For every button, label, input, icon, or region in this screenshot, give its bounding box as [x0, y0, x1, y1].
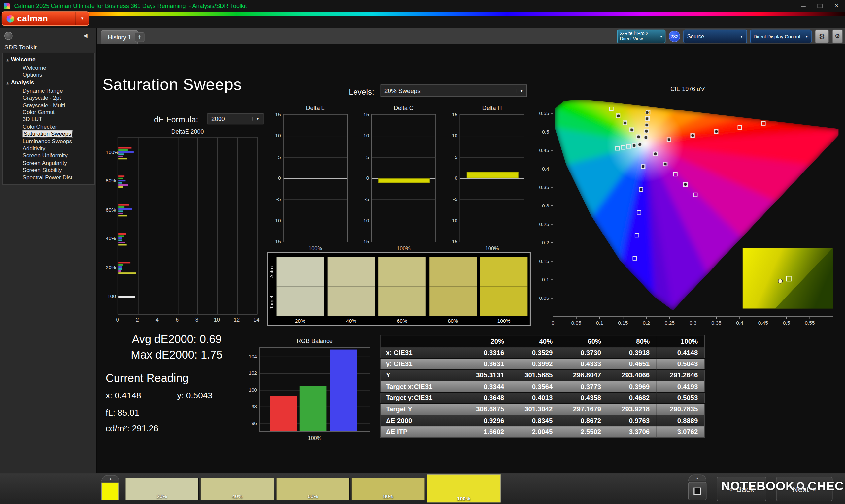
axis-tick-label: 100 — [248, 386, 257, 392]
pattern-window-button[interactable] — [688, 482, 707, 500]
de-bar-blue — [119, 180, 126, 181]
maximize-icon — [817, 4, 823, 8]
cell-value: 293.9218 — [608, 404, 656, 415]
expand-icon: ▴ — [6, 81, 9, 86]
chevron-down-icon: ▼ — [804, 35, 808, 38]
sidebar-item-welcome[interactable]: Welcome — [3, 64, 94, 71]
cie-inset-gamut-view — [743, 248, 833, 308]
chevron-down-icon: ▼ — [658, 35, 663, 38]
cell-value: 0.8672 — [559, 415, 608, 426]
cell-value: 0.8889 — [656, 415, 705, 426]
de-bar-yellow — [119, 215, 127, 217]
de-bar-magenta — [119, 242, 125, 244]
add-tab-button[interactable]: + — [135, 32, 144, 42]
sidebar-item-screen-angularity[interactable]: Screen Angularity — [3, 159, 94, 166]
display-control-dropdown[interactable]: Direct Display Control ▼ — [750, 30, 812, 43]
swatch-label: 100% — [427, 496, 500, 501]
calman-menu-button[interactable]: calman ▼ — [2, 11, 89, 26]
bottom-swatch-40[interactable]: 40% — [200, 478, 274, 500]
top-strip — [0, 16, 845, 28]
de-bar-cyan — [119, 211, 123, 212]
workflow-gear-button[interactable]: ⚙ — [832, 30, 843, 43]
sidebar-collapse-button[interactable]: ◀ — [84, 32, 88, 38]
sidebar-item-color-gamut[interactable]: Color Gamut — [3, 109, 94, 116]
sidebar-item-3d-lut[interactable]: 3D LUT — [3, 116, 94, 123]
close-button[interactable]: × — [828, 0, 845, 12]
sidebar: ◀ SDR Toolkit ▴WelcomeWelcomeOptions▴Ana… — [0, 28, 97, 473]
gridline — [460, 136, 524, 137]
de-bar-red — [119, 262, 130, 264]
actual-row-label: Actual — [269, 256, 274, 286]
tab-history-1[interactable]: History 1 — [101, 30, 138, 44]
sidebar-item-spectral-power-dist[interactable]: Spectral Power Dist. — [3, 174, 94, 181]
axis-label: 100% — [283, 246, 348, 251]
cell-value: 0.9296 — [462, 415, 511, 426]
svg-text:0.2: 0.2 — [642, 320, 650, 326]
window-title: Calman 2025 Calman Ultimate for Business… — [14, 3, 247, 9]
sidebar-item-luminance-sweeps[interactable]: Luminance Sweeps — [3, 138, 94, 145]
calman-window: Calman 2025 Calman Ultimate for Business… — [0, 0, 845, 504]
settings-gear-button[interactable]: ⚙ — [815, 30, 829, 43]
calman-logo-text: calman — [17, 14, 48, 23]
bottom-swatch-20[interactable]: 20% — [125, 478, 199, 500]
bottom-swatch-100[interactable]: 100% — [427, 474, 501, 502]
cell-value: 0.3316 — [462, 347, 511, 358]
cell-value: 1.6602 — [462, 426, 511, 437]
svg-text:0.5: 0.5 — [783, 320, 790, 326]
sidebar-item-grayscale-multi[interactable]: Grayscale - Multi — [3, 102, 94, 109]
next-button[interactable]: Next » — [776, 476, 832, 501]
sidebar-item-colorchecker[interactable]: ColorChecker — [3, 123, 94, 131]
cell-value: 0.4651 — [608, 359, 656, 370]
page-expander-handle[interactable]: ▲ — [688, 474, 707, 481]
svg-text:0.3: 0.3 — [689, 320, 697, 326]
back-button[interactable]: « Back — [717, 476, 766, 501]
workflow-tree: ▴WelcomeWelcomeOptions▴AnalysisDynamic R… — [2, 53, 95, 185]
de-bar-cyan — [119, 153, 124, 155]
axis-tick-label: -5 — [272, 196, 281, 202]
sidebar-item-grayscale-2pt[interactable]: Grayscale - 2pt — [3, 94, 94, 102]
tree-section-welcome[interactable]: ▴Welcome — [3, 55, 94, 64]
chart-plot — [283, 114, 348, 242]
sidebar-item-saturation-sweeps[interactable]: Saturation Sweeps — [3, 131, 94, 138]
levels-dropdown[interactable]: 20% Sweeps ▼ — [381, 85, 527, 97]
svg-text:0.4: 0.4 — [542, 166, 549, 172]
sidebar-item-dynamic-range[interactable]: Dynamic Range — [3, 87, 94, 94]
patch-expander-handle[interactable]: ▲ — [101, 475, 120, 482]
sidebar-info-button[interactable] — [4, 32, 12, 40]
svg-text:0.45: 0.45 — [758, 320, 768, 326]
sidebar-item-screen-uniformity[interactable]: Screen Uniformity — [3, 152, 94, 159]
bottom-swatch-80[interactable]: 80% — [351, 478, 425, 500]
axis-tick-label: 4 — [156, 317, 159, 323]
swatch-label: 20% — [277, 318, 324, 324]
axis-tick-label: 80% — [106, 178, 116, 184]
svg-text:0.35: 0.35 — [539, 184, 549, 190]
chart-plot — [460, 114, 525, 242]
tree-section-analysis[interactable]: ▴Analysis — [3, 78, 94, 87]
de-formula-dropdown[interactable]: 2000 ▼ — [208, 113, 264, 124]
axis-tick-label: 5 — [360, 154, 369, 160]
minimize-button[interactable] — [795, 0, 812, 12]
meter-dropdown[interactable]: X-Rite i1Pro 2 Direct View ▼ — [617, 30, 666, 43]
sidebar-item-additivity[interactable]: Additivity — [3, 145, 94, 152]
active-patch-swatch[interactable] — [101, 483, 119, 500]
de-bar-white — [119, 296, 135, 298]
bottom-swatch-60[interactable]: 60% — [276, 478, 350, 500]
rgb-balance-chart: RGB Balance 1041021009896100% — [248, 338, 372, 443]
axis-tick-label: 0 — [272, 175, 281, 181]
cie-1976-diagram: 00.050.10.150.20.250.30.350.40.450.50.55… — [538, 84, 839, 329]
de-bar-red — [119, 233, 126, 235]
axis-tick-label: 40% — [106, 235, 116, 241]
axis-tick-label: -15 — [272, 238, 281, 245]
axis-tick-label: 100 — [106, 293, 116, 299]
source-dropdown[interactable]: Source ▼ — [683, 30, 747, 43]
axis-tick-label: 14 — [253, 317, 260, 323]
sidebar-item-options[interactable]: Options — [3, 71, 94, 78]
sidebar-item-screen-stability[interactable]: Screen Stability — [3, 166, 94, 174]
maximize-button[interactable] — [812, 0, 828, 12]
de-bar-blue — [119, 237, 122, 239]
axis-tick-label: 15 — [272, 111, 281, 118]
de-bar-blue — [119, 209, 132, 210]
swatch-label: 40% — [201, 493, 274, 499]
rgb-bar-red — [270, 396, 297, 431]
axis-tick-label: 8 — [195, 317, 198, 323]
